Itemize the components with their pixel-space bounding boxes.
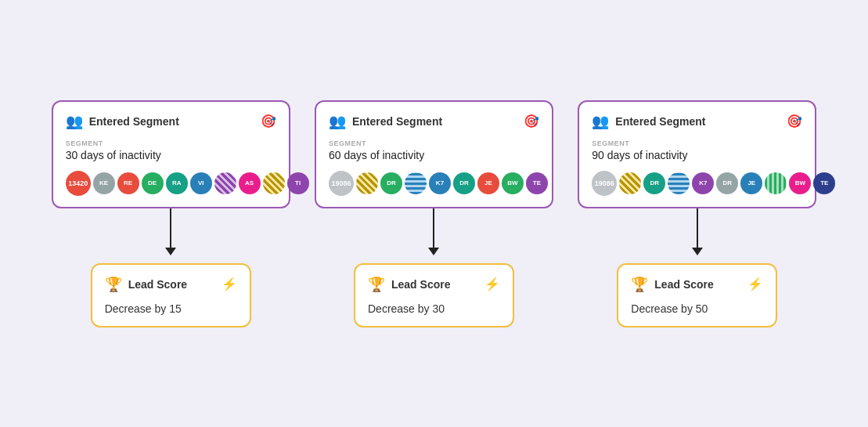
segment-value: 60 days of inactivity — [329, 149, 539, 161]
card-header: 👥 Entered Segment 🎯 — [329, 113, 539, 130]
target-icon: 🎯 — [261, 114, 276, 128]
users-icon: 👥 — [329, 113, 346, 130]
avatar — [619, 172, 641, 194]
arrow-line — [170, 208, 171, 248]
avatar — [214, 172, 236, 194]
avatar-count: 19086 — [592, 171, 617, 196]
avatar: AS — [239, 172, 261, 194]
trophy-icon: 🏆 — [368, 276, 385, 293]
card-header: 👥 Entered Segment 🎯 — [66, 113, 276, 130]
lead-title: Lead Score — [391, 278, 450, 291]
flow-column-2: 👥 Entered Segment 🎯 SEGMENT 60 days of i… — [315, 100, 553, 327]
avatar: JE — [740, 172, 762, 194]
segment-value: 90 days of inactivity — [592, 149, 802, 161]
lead-value: Decrease by 30 — [368, 302, 500, 315]
arrow-line — [433, 208, 434, 248]
flow-column-3: 👥 Entered Segment 🎯 SEGMENT 90 days of i… — [578, 100, 816, 327]
card-header-left: 👥 Entered Segment — [66, 113, 179, 130]
canvas: 👥 Entered Segment 🎯 SEGMENT 30 days of i… — [0, 0, 868, 427]
card-header: 👥 Entered Segment 🎯 — [592, 113, 802, 130]
segment-label: SEGMENT — [329, 139, 539, 147]
arrow-connector — [692, 208, 703, 263]
arrow-head — [428, 248, 439, 255]
segment-label: SEGMENT — [592, 139, 802, 147]
card-header-left: 👥 Entered Segment — [592, 113, 705, 130]
trophy-icon: 🏆 — [105, 276, 122, 293]
card-title: Entered Segment — [615, 115, 705, 128]
bolt-icon: ⚡ — [222, 277, 237, 291]
avatar: DR — [380, 172, 402, 194]
avatar — [263, 172, 285, 194]
segment-card-1[interactable]: 👥 Entered Segment 🎯 SEGMENT 30 days of i… — [52, 100, 290, 208]
avatar — [765, 172, 787, 194]
avatar: TE — [813, 172, 835, 194]
arrow-connector — [165, 208, 176, 263]
avatar: BW — [789, 172, 811, 194]
avatar-count: 19086 — [329, 171, 354, 196]
lead-value: Decrease by 15 — [105, 302, 237, 315]
segment-value: 30 days of inactivity — [66, 149, 276, 161]
lead-title: Lead Score — [654, 278, 713, 291]
flow-column-1: 👥 Entered Segment 🎯 SEGMENT 30 days of i… — [52, 100, 290, 327]
lead-header-left: 🏆 Lead Score — [105, 276, 187, 293]
avatar: K7 — [692, 172, 714, 194]
users-icon: 👥 — [592, 113, 609, 130]
avatar-count: 13420 — [66, 171, 91, 196]
avatar — [356, 172, 378, 194]
bolt-icon: ⚡ — [747, 277, 763, 291]
card-title: Entered Segment — [352, 115, 442, 128]
avatar: K7 — [429, 172, 451, 194]
avatar: JE — [477, 172, 499, 194]
avatar: DR — [716, 172, 738, 194]
arrow-head — [165, 248, 176, 255]
segment-card-2[interactable]: 👥 Entered Segment 🎯 SEGMENT 60 days of i… — [315, 100, 553, 208]
lead-header: 🏆 Lead Score ⚡ — [105, 276, 237, 293]
lead-title: Lead Score — [128, 278, 187, 291]
arrow-line — [697, 208, 698, 248]
lead-header-left: 🏆 Lead Score — [631, 276, 713, 293]
segment-label: SEGMENT — [66, 139, 276, 147]
avatar — [668, 172, 690, 194]
arrow-connector — [428, 208, 439, 263]
avatar: DR — [643, 172, 665, 194]
lead-header: 🏆 Lead Score ⚡ — [631, 276, 763, 293]
card-header-left: 👥 Entered Segment — [329, 113, 442, 130]
avatar: KE — [93, 172, 115, 194]
segment-card-3[interactable]: 👥 Entered Segment 🎯 SEGMENT 90 days of i… — [578, 100, 816, 208]
avatar: DR — [453, 172, 475, 194]
trophy-icon: 🏆 — [631, 276, 648, 293]
target-icon: 🎯 — [787, 114, 802, 128]
avatar: DE — [142, 172, 164, 194]
lead-header: 🏆 Lead Score ⚡ — [368, 276, 500, 293]
avatars-row: 19086 DRK7DRJEBWTE — [592, 171, 802, 196]
card-title: Entered Segment — [89, 115, 179, 128]
bolt-icon: ⚡ — [484, 277, 500, 291]
lead-score-card-1[interactable]: 🏆 Lead Score ⚡ Decrease by 15 — [91, 263, 251, 327]
target-icon: 🎯 — [524, 114, 539, 128]
avatar: RA — [166, 172, 188, 194]
avatar: RE — [117, 172, 139, 194]
arrow-head — [692, 248, 703, 255]
avatars-row: 19086 DRK7DRJEBWTE — [329, 171, 539, 196]
avatar: BW — [502, 172, 524, 194]
users-icon: 👥 — [66, 113, 83, 130]
lead-score-card-2[interactable]: 🏆 Lead Score ⚡ Decrease by 30 — [354, 263, 514, 327]
lead-score-card-3[interactable]: 🏆 Lead Score ⚡ Decrease by 50 — [617, 263, 777, 327]
avatar — [405, 172, 427, 194]
lead-value: Decrease by 50 — [631, 302, 763, 315]
lead-header-left: 🏆 Lead Score — [368, 276, 450, 293]
avatar: VI — [190, 172, 212, 194]
avatars-row: 13420 KEREDERAVIASTI — [66, 171, 276, 196]
avatar: TE — [526, 172, 548, 194]
avatar: TI — [287, 172, 309, 194]
